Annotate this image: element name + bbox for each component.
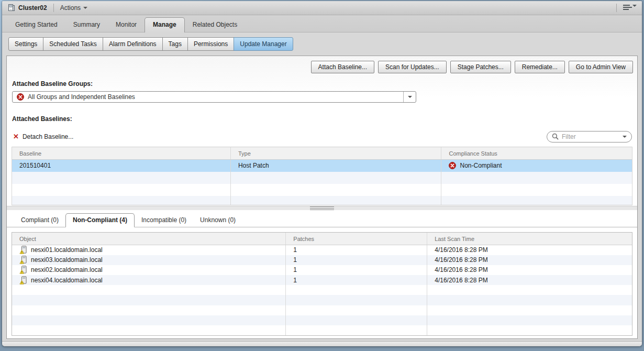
dropdown-caret[interactable] [403, 92, 416, 102]
ctab-non-compliant[interactable]: Non-Compliant (4) [65, 213, 135, 227]
sub-tab-bar: Settings Scheduled Tasks Alarm Definitio… [2, 32, 642, 56]
host-name: nesxi03.localdomain.local [31, 256, 103, 264]
ctab-incompatible[interactable]: Incompatible (0) [135, 214, 193, 227]
subtab-settings[interactable]: Settings [8, 37, 43, 51]
host-warning-icon [19, 256, 27, 264]
titlebar: Cluster02 Actions [2, 1, 642, 15]
table-divider [12, 205, 632, 205]
host-row[interactable]: nesxi01.localdomain.local 1 4/16/2016 8:… [12, 245, 632, 255]
view-options-menu-icon[interactable] [623, 4, 637, 12]
host-row[interactable]: nesxi02.localdomain.local 1 4/16/2016 8:… [12, 265, 632, 275]
attached-baselines-label: Attached Baselines: [12, 115, 637, 123]
detach-baseline-button[interactable]: ✕ Detach Baseline... [13, 133, 73, 140]
baselines-actions-row: ✕ Detach Baseline... [13, 131, 632, 142]
cluster-icon [7, 4, 15, 12]
host-warning-icon [19, 276, 27, 284]
horizontal-splitter[interactable] [7, 206, 637, 210]
filter-box[interactable] [547, 131, 632, 142]
filter-caret-icon[interactable] [623, 136, 627, 138]
host-last-scan: 4/16/2016 8:28 PM [427, 255, 632, 265]
remediate-button[interactable]: Remediate... [515, 61, 565, 73]
subtab-scheduled-tasks[interactable]: Scheduled Tasks [43, 37, 103, 51]
actions-menu-button[interactable]: Actions [60, 4, 87, 12]
col-baseline[interactable]: Baseline [12, 147, 231, 159]
splitter-grip-icon[interactable] [310, 206, 334, 210]
tab-related-objects[interactable]: Related Objects [185, 18, 245, 32]
host-table-header: Object Patches Last Scan Time [12, 233, 632, 245]
main-tab-bar: Getting Started Summary Monitor Manage R… [2, 15, 642, 32]
host-warning-icon [19, 246, 27, 254]
empty-row [12, 295, 632, 305]
baseline-groups-dropdown[interactable]: All Groups and Independent Baselines [12, 91, 416, 103]
empty-row [12, 172, 632, 184]
subtab-tags[interactable]: Tags [162, 37, 188, 51]
error-status-icon [17, 93, 24, 101]
attach-baseline-button[interactable]: Attach Baseline... [311, 61, 374, 73]
detach-baseline-label: Detach Baseline... [23, 133, 73, 140]
detach-x-icon: ✕ [13, 133, 19, 140]
host-patches: 1 [286, 265, 427, 275]
col-patches[interactable]: Patches [286, 233, 427, 245]
baseline-compliance-cell: Non-Compliant [441, 160, 631, 172]
baseline-table: Baseline Type Compliance Status 20151040… [12, 147, 632, 205]
host-warning-icon [19, 266, 27, 274]
stage-patches-button[interactable]: Stage Patches... [450, 61, 511, 73]
host-name: nesxi04.localdomain.local [31, 277, 103, 284]
window-footer [2, 341, 642, 346]
col-object[interactable]: Object [12, 233, 286, 245]
ctab-unknown[interactable]: Unknown (0) [193, 214, 242, 227]
compliance-status-text: Non-Compliant [460, 162, 502, 169]
host-row[interactable]: nesxi03.localdomain.local 1 4/16/2016 8:… [12, 255, 632, 265]
object-title: Cluster02 [18, 4, 47, 12]
baseline-name: 201510401 [12, 160, 231, 172]
empty-row [12, 184, 632, 196]
update-manager-toolbar: Attach Baseline... Scan for Updates... S… [7, 56, 637, 75]
baseline-type: Host Patch [231, 160, 442, 172]
host-patches: 1 [286, 255, 427, 265]
host-row[interactable]: nesxi04.localdomain.local 1 4/16/2016 8:… [12, 275, 632, 285]
col-last-scan-time[interactable]: Last Scan Time [427, 233, 632, 245]
ctab-compliant[interactable]: Compliant (0) [14, 214, 65, 227]
empty-row [12, 325, 632, 335]
col-type[interactable]: Type [231, 147, 442, 159]
tab-monitor[interactable]: Monitor [108, 18, 145, 32]
search-icon [552, 133, 559, 140]
baseline-table-header: Baseline Type Compliance Status [12, 147, 632, 160]
empty-row [12, 315, 632, 325]
chevron-down-icon [83, 7, 87, 9]
host-table-panel: Object Patches Last Scan Time [12, 232, 632, 336]
compliance-tab-bar: Compliant (0) Non-Compliant (4) Incompat… [7, 210, 637, 227]
titlebar-separator-right [616, 4, 617, 12]
host-last-scan: 4/16/2016 8:28 PM [427, 265, 632, 275]
filter-input[interactable] [562, 133, 619, 140]
titlebar-separator [53, 4, 54, 12]
host-name: nesxi02.localdomain.local [31, 266, 103, 273]
subtab-permissions[interactable]: Permissions [187, 37, 234, 51]
host-name: nesxi01.localdomain.local [31, 246, 103, 254]
baseline-groups-selected-value: All Groups and Independent Baselines [28, 93, 135, 101]
tab-manage[interactable]: Manage [145, 17, 185, 32]
host-last-scan: 4/16/2016 8:28 PM [427, 245, 632, 255]
go-to-admin-view-button[interactable]: Go to Admin View [569, 61, 633, 73]
subtab-update-manager[interactable]: Update Manager [234, 37, 293, 51]
subtab-alarm-definitions[interactable]: Alarm Definitions [103, 37, 163, 51]
empty-row [12, 305, 632, 315]
vsphere-client-window: Cluster02 Actions Getting Started Summar… [2, 1, 642, 346]
empty-row [12, 196, 632, 205]
empty-row [12, 285, 632, 295]
col-compliance-status[interactable]: Compliance Status [441, 147, 631, 159]
scan-for-updates-button[interactable]: Scan for Updates... [378, 61, 447, 73]
host-patches: 1 [286, 245, 427, 255]
tab-getting-started[interactable]: Getting Started [7, 18, 65, 32]
tab-summary[interactable]: Summary [65, 18, 108, 32]
update-manager-panel: Attach Baseline... Scan for Updates... S… [6, 56, 638, 339]
baseline-row-selected[interactable]: 201510401 Host Patch Non-Compliant [12, 160, 632, 172]
host-patches: 1 [286, 275, 427, 285]
actions-menu-label: Actions [60, 4, 81, 12]
attached-baseline-groups-label: Attached Baseline Groups: [12, 80, 637, 87]
non-compliant-icon [449, 162, 456, 169]
host-last-scan: 4/16/2016 8:28 PM [427, 275, 632, 285]
